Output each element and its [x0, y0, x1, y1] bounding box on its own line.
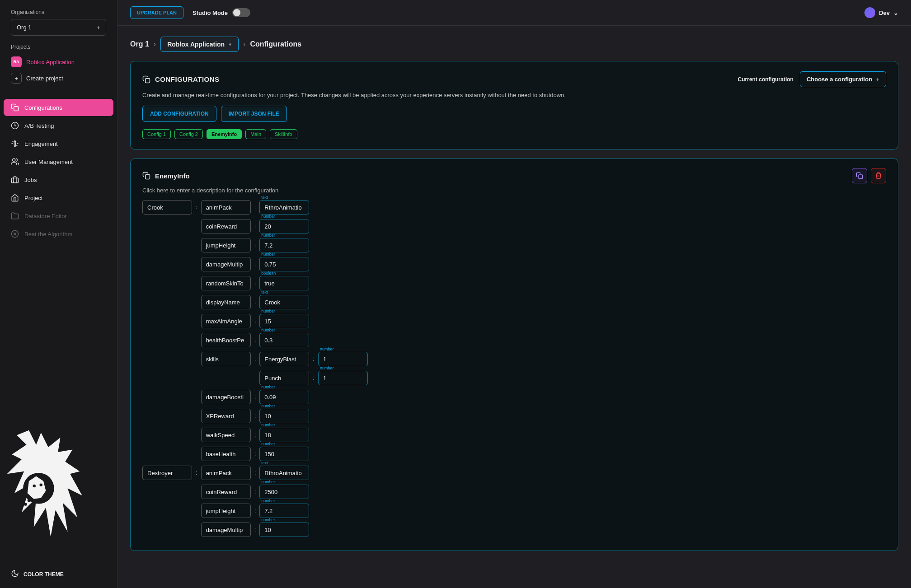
- type-label: number: [261, 423, 275, 427]
- config-selector-value: Choose a configuration: [807, 76, 872, 83]
- key-input[interactable]: coinReward: [201, 219, 251, 233]
- upgrade-plan-button[interactable]: UPGRADE PLAN: [130, 6, 183, 19]
- svg-rect-0: [14, 107, 19, 111]
- studio-mode-toggle[interactable]: [232, 8, 250, 17]
- config-tab-config-2[interactable]: Config 2: [174, 129, 203, 139]
- crumb-app-selector[interactable]: Roblox Application ▲▼: [160, 37, 239, 52]
- svg-point-9: [33, 485, 36, 487]
- prop-row: animPack : textRthroAnimatio: [201, 200, 368, 215]
- key-input[interactable]: XPReward: [201, 409, 251, 423]
- panel-title: CONFIGURATIONS: [142, 75, 220, 84]
- svg-point-3: [13, 159, 15, 161]
- delete-config-button[interactable]: [871, 168, 886, 183]
- value-input[interactable]: 18: [259, 428, 309, 442]
- value-input[interactable]: 0.09: [259, 390, 309, 404]
- value-input[interactable]: true: [259, 276, 309, 290]
- key-input[interactable]: skills: [201, 352, 251, 366]
- value-input[interactable]: 7.2: [259, 504, 309, 518]
- config-description-input[interactable]: Click here to enter a description for th…: [142, 187, 886, 194]
- nav-label: Project: [24, 195, 42, 201]
- project-name: Roblox Application: [26, 59, 75, 65]
- value-input[interactable]: 10: [259, 523, 309, 537]
- theme-toggle[interactable]: COLOR THEME: [0, 565, 75, 583]
- value-input[interactable]: 150: [259, 447, 309, 461]
- key-input[interactable]: walkSpeed: [201, 428, 251, 442]
- svg-rect-2: [14, 141, 16, 146]
- user-menu[interactable]: Dev ⌄: [864, 7, 898, 18]
- value-input[interactable]: 7.2: [259, 238, 309, 252]
- config-editor-panel: EnemyInfo Click here to enter a descript…: [130, 159, 898, 551]
- updown-icon: ▲▼: [876, 78, 879, 81]
- svg-point-10: [40, 484, 42, 486]
- prop-row: randomSkinTo : booleantrue: [201, 276, 368, 290]
- moon-icon: [11, 569, 19, 579]
- configurations-panel: CONFIGURATIONS Current configuration Cho…: [130, 61, 898, 149]
- value-input[interactable]: 0.3: [259, 333, 309, 347]
- entity-key-input[interactable]: Destroyer: [142, 466, 192, 480]
- key-input[interactable]: animPack: [201, 466, 251, 480]
- value-input[interactable]: 1: [318, 352, 368, 366]
- key-input[interactable]: randomSkinTo: [201, 276, 251, 290]
- nav-item-configurations[interactable]: Configurations: [4, 99, 113, 116]
- algorithm-icon: [11, 230, 19, 238]
- value-input[interactable]: Crook: [259, 295, 309, 309]
- create-project-label: Create project: [26, 75, 63, 82]
- nav-item-users[interactable]: User Management: [4, 153, 113, 170]
- key-input[interactable]: jumpHeight: [201, 238, 251, 252]
- create-project-button[interactable]: + Create project: [11, 70, 106, 86]
- value-input[interactable]: 0.75: [259, 257, 309, 271]
- config-tab-skillinfo[interactable]: SkillInfo: [270, 129, 297, 139]
- key-input[interactable]: damageMultip: [201, 257, 251, 271]
- chevron-right-icon: ›: [243, 40, 245, 48]
- value-input[interactable]: 10: [259, 409, 309, 423]
- key-input[interactable]: damageMultip: [201, 523, 251, 537]
- nav-item-jobs[interactable]: Jobs: [4, 171, 113, 188]
- project-item-roblox[interactable]: RA Roblox Application: [11, 54, 106, 70]
- nav-item-project[interactable]: Project: [4, 189, 113, 206]
- value-input[interactable]: RthroAnimatio: [259, 200, 309, 215]
- chevron-down-icon: ⌄: [893, 9, 898, 16]
- type-label: number: [261, 233, 275, 238]
- panel-description: Create and manage real-time configuratio…: [142, 92, 886, 98]
- prop-row: damageMultip : number0.75: [201, 257, 368, 271]
- nav-item-algorithm: Beat the Algorithm: [4, 225, 113, 243]
- value-input[interactable]: 2500: [259, 485, 309, 499]
- value-input[interactable]: 15: [259, 314, 309, 328]
- org-selector[interactable]: Org 1 ▲▼: [11, 19, 106, 36]
- prop-row: damageMultip : number10: [201, 523, 310, 537]
- config-tab-main[interactable]: Main: [245, 129, 266, 139]
- key-input[interactable]: maxAimAngle: [201, 314, 251, 328]
- value-input[interactable]: 1: [318, 371, 368, 385]
- config-tab-config-1[interactable]: Config 1: [142, 129, 171, 139]
- topbar: UPGRADE PLAN Studio Mode Dev ⌄: [117, 0, 911, 26]
- key-input[interactable]: jumpHeight: [201, 504, 251, 518]
- crumb-org[interactable]: Org 1: [130, 40, 149, 48]
- key-input[interactable]: baseHealth: [201, 447, 251, 461]
- copy-config-button[interactable]: [852, 168, 867, 183]
- copy-icon: [142, 75, 150, 84]
- key-input[interactable]: damageBoostI: [201, 390, 251, 404]
- configurations-icon: [11, 103, 19, 112]
- value-input[interactable]: RthroAnimatio: [259, 466, 309, 480]
- svg-rect-4: [12, 178, 19, 183]
- type-label: boolean: [261, 271, 276, 275]
- key-input[interactable]: animPack: [201, 200, 251, 215]
- nav-item-abtesting[interactable]: A/B Testing: [4, 117, 113, 134]
- user-name: Dev: [879, 9, 890, 16]
- config-selector[interactable]: Choose a configuration ▲▼: [800, 71, 886, 87]
- key-input[interactable]: coinReward: [201, 485, 251, 499]
- key-input[interactable]: Punch: [259, 371, 309, 385]
- key-input[interactable]: displayName: [201, 295, 251, 309]
- add-configuration-button[interactable]: ADD CONFIGURATION: [142, 106, 216, 122]
- nav-label: A/B Testing: [24, 122, 54, 129]
- type-label: number: [261, 328, 275, 332]
- nav-label: Engagement: [24, 140, 58, 147]
- entity-key-input[interactable]: Crook: [142, 200, 192, 215]
- plus-icon: +: [11, 73, 22, 84]
- config-tab-enemyinfo[interactable]: EnemyInfo: [207, 129, 242, 139]
- nav-item-engagement[interactable]: Engagement: [4, 135, 113, 152]
- import-json-button[interactable]: IMPORT JSON FILE: [221, 106, 287, 122]
- key-input[interactable]: EnergyBlast: [259, 352, 309, 366]
- key-input[interactable]: healthBoostPe: [201, 333, 251, 347]
- value-input[interactable]: 20: [259, 219, 309, 233]
